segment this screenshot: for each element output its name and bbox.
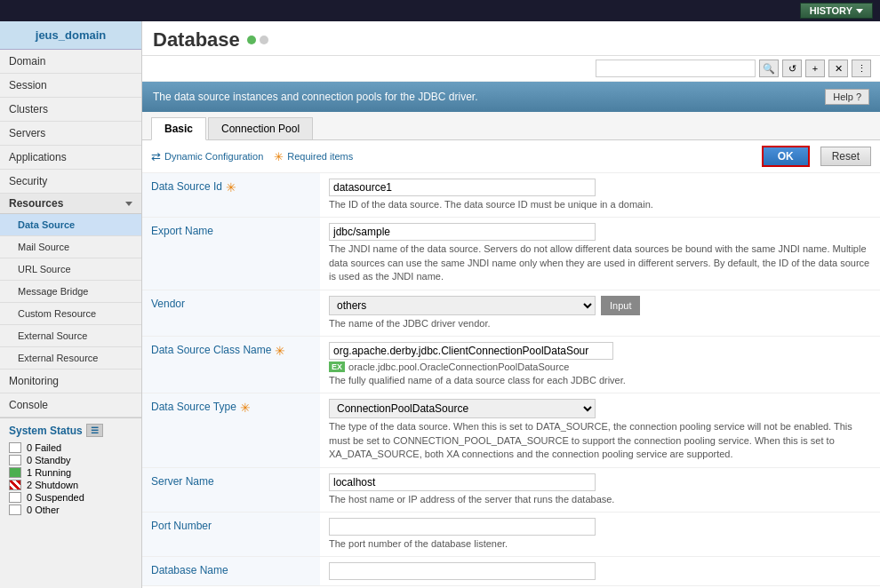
status-box-other bbox=[9, 505, 21, 515]
sidebar-item-customresource[interactable]: Custom Resource bbox=[0, 303, 141, 325]
status-row-running: 1 Running bbox=[9, 467, 132, 478]
value-portnumber: The port number of the database listener… bbox=[320, 513, 880, 556]
sidebar-item-messagebridge[interactable]: Message Bridge bbox=[0, 281, 141, 303]
value-sourcetype: ConnectionPoolDataSource The type of the… bbox=[320, 393, 880, 466]
classname-alt-row: EX oracle.jdbc.pool.OracleConnectionPool… bbox=[329, 362, 871, 372]
label-servername: Server Name bbox=[142, 468, 320, 512]
input-portnumber[interactable] bbox=[329, 518, 596, 536]
sidebar-item-datasource[interactable]: Data Source bbox=[0, 214, 141, 236]
top-bar: HISTORY bbox=[0, 0, 880, 21]
dot-gray-icon bbox=[260, 36, 268, 44]
required-star-datasourceid: ✳ bbox=[226, 180, 236, 195]
classname-alt-icon: EX bbox=[329, 362, 345, 372]
label-dbname: Database Name bbox=[142, 557, 320, 585]
domain-name[interactable]: jeus_domain bbox=[0, 21, 141, 50]
input-servername[interactable] bbox=[329, 473, 596, 491]
form-row-classname: Data Source Class Name ✳ EX oracle.jdbc.… bbox=[142, 337, 880, 393]
delete-icon-btn[interactable]: ✕ bbox=[828, 60, 848, 77]
hint-portnumber: The port number of the database listener… bbox=[329, 537, 871, 551]
sidebar-item-session[interactable]: Session bbox=[0, 74, 141, 98]
sidebar-item-console[interactable]: Console bbox=[0, 393, 141, 417]
sidebar-item-domain[interactable]: Domain bbox=[0, 50, 141, 74]
select-vendor[interactable]: others bbox=[329, 296, 596, 315]
input-datasourceid[interactable] bbox=[329, 179, 596, 196]
sidebar-item-monitoring[interactable]: Monitoring bbox=[0, 369, 141, 393]
status-row-other: 0 Other bbox=[9, 505, 132, 515]
sidebar-item-applications[interactable]: Applications bbox=[0, 146, 141, 170]
system-status-panel: System Status ☰ 0 Failed 0 Standby 1 Run… bbox=[0, 417, 141, 522]
required-star-classname: ✳ bbox=[275, 344, 285, 358]
form-row-sourcetype: Data Source Type ✳ ConnectionPoolDataSou… bbox=[142, 393, 880, 467]
select-sourcetype[interactable]: ConnectionPoolDataSource bbox=[329, 399, 596, 418]
history-button[interactable]: HISTORY bbox=[800, 3, 873, 19]
resources-arrow-icon bbox=[125, 202, 132, 206]
refresh-icon-btn[interactable]: ↺ bbox=[782, 60, 802, 77]
reset-button[interactable]: Reset bbox=[820, 147, 871, 166]
status-box-standby bbox=[9, 455, 21, 465]
history-arrow-icon bbox=[856, 9, 863, 13]
status-row-suspended: 0 Suspended bbox=[9, 492, 132, 503]
system-status-toggle[interactable]: ☰ bbox=[86, 424, 103, 437]
dot-green-icon bbox=[247, 36, 256, 44]
status-label-suspended: 0 Suspended bbox=[27, 492, 84, 503]
page-title: Database bbox=[153, 28, 268, 52]
search-input[interactable] bbox=[596, 60, 756, 77]
hint-vendor: The name of the JDBC driver vendor. bbox=[329, 317, 871, 330]
history-label: HISTORY bbox=[810, 5, 852, 16]
dynamic-config-item[interactable]: ⇄ Dynamic Configuration bbox=[151, 150, 263, 163]
sidebar-item-security[interactable]: Security bbox=[0, 170, 141, 194]
input-dbname[interactable] bbox=[329, 562, 596, 580]
status-label-shutdown: 2 Shutdown bbox=[27, 480, 78, 490]
tab-basic[interactable]: Basic bbox=[151, 117, 206, 140]
add-icon-btn[interactable]: + bbox=[805, 60, 825, 77]
status-label-standby: 0 Standby bbox=[27, 455, 71, 465]
classname-row: EX oracle.jdbc.pool.OracleConnectionPool… bbox=[329, 342, 871, 372]
ok-button[interactable]: OK bbox=[762, 146, 810, 167]
vendor-input-button[interactable]: Input bbox=[601, 296, 640, 315]
info-banner: The data source instances and connection… bbox=[142, 82, 880, 112]
required-items-item[interactable]: ✳ Required items bbox=[274, 150, 353, 163]
form-row-dbname: Database Name bbox=[142, 557, 880, 586]
sidebar-item-mailsource[interactable]: Mail Source bbox=[0, 236, 141, 258]
status-row-failed: 0 Failed bbox=[9, 442, 132, 453]
input-exportname[interactable] bbox=[329, 223, 596, 241]
label-sourcetype: Data Source Type ✳ bbox=[142, 393, 320, 466]
tab-connectionpool[interactable]: Connection Pool bbox=[208, 117, 313, 139]
help-button[interactable]: Help ? bbox=[825, 89, 869, 105]
hint-classname: The fully qualified name of a data sourc… bbox=[329, 374, 871, 387]
status-box-failed bbox=[9, 442, 21, 453]
value-vendor: others Input The name of the JDBC driver… bbox=[320, 290, 880, 336]
tabs-bar: Basic Connection Pool bbox=[142, 112, 880, 140]
status-box-shutdown bbox=[9, 480, 21, 490]
input-classname[interactable] bbox=[329, 342, 613, 360]
search-icon-btn[interactable]: 🔍 bbox=[759, 60, 779, 77]
value-exportname: The JNDI name of the data source. Server… bbox=[320, 218, 880, 289]
value-servername: The host name or IP address of the serve… bbox=[320, 468, 880, 512]
form-row-vendor: Vendor others Input The name of the JDBC… bbox=[142, 290, 880, 337]
more-icon-btn[interactable]: ⋮ bbox=[852, 60, 871, 77]
required-items-label: Required items bbox=[287, 151, 353, 162]
sidebar-section-resources[interactable]: Resources bbox=[0, 194, 141, 214]
label-portnumber: Port Number bbox=[142, 513, 320, 556]
classname-alt-text: oracle.jdbc.pool.OracleConnectionPoolDat… bbox=[348, 362, 569, 372]
status-row-standby: 0 Standby bbox=[9, 455, 132, 465]
system-status-title: System Status ☰ bbox=[9, 424, 132, 437]
form-row-datasourceid: Data Source Id ✳ The ID of the data sour… bbox=[142, 173, 880, 218]
status-label-running: 1 Running bbox=[27, 467, 71, 478]
sidebar-item-urlsource[interactable]: URL Source bbox=[0, 258, 141, 281]
sidebar-item-externalresource[interactable]: External Resource bbox=[0, 347, 141, 369]
form-row-exportname: Export Name The JNDI name of the data so… bbox=[142, 218, 880, 290]
label-classname: Data Source Class Name ✳ bbox=[142, 337, 320, 393]
value-datasourceid: The ID of the data source. The data sour… bbox=[320, 173, 880, 217]
sidebar: jeus_domain Domain Session Clusters Serv… bbox=[0, 21, 142, 588]
sidebar-item-clusters[interactable]: Clusters bbox=[0, 98, 141, 122]
required-items-icon: ✳ bbox=[274, 150, 284, 163]
status-label-other: 0 Other bbox=[27, 505, 60, 515]
sidebar-item-externalsource[interactable]: External Source bbox=[0, 325, 141, 347]
dynamic-config-icon: ⇄ bbox=[151, 150, 161, 163]
label-exportname: Export Name bbox=[142, 218, 320, 289]
value-classname: EX oracle.jdbc.pool.OracleConnectionPool… bbox=[320, 337, 880, 393]
dynamic-config-label: Dynamic Configuration bbox=[164, 151, 263, 162]
sidebar-item-servers[interactable]: Servers bbox=[0, 122, 141, 146]
required-star-sourcetype: ✳ bbox=[240, 401, 251, 415]
